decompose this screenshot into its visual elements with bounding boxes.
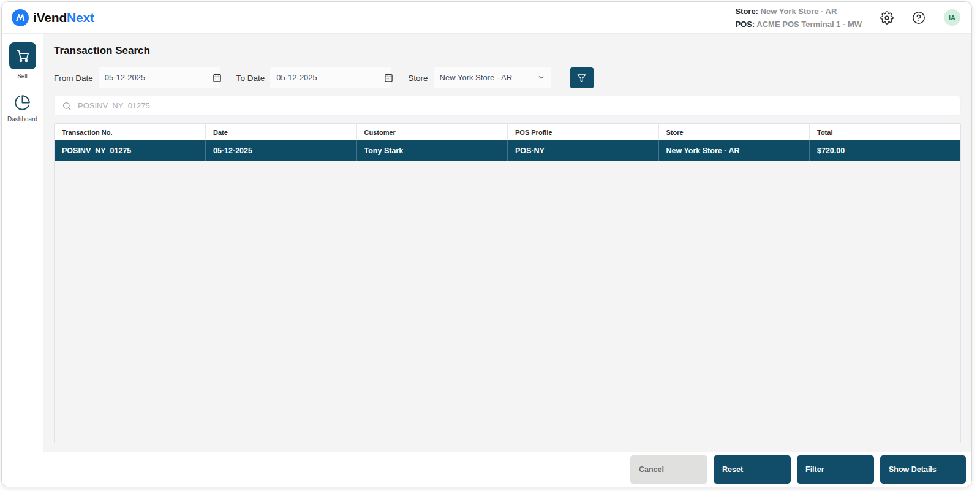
sidebar-nav: Sell Dashboard — [2, 34, 43, 487]
cell-date[interactable]: 05-12-2025 — [206, 140, 357, 161]
footer-action-bar: Cancel Reset Filter Show Details — [43, 452, 971, 487]
sidebar-item-label: Dashboard — [7, 116, 37, 123]
filter-button[interactable]: Filter — [797, 455, 874, 484]
to-date-input[interactable] — [276, 73, 384, 82]
app-window: iVendNext Store: New York Store - AR POS… — [1, 1, 972, 487]
context-pos-line: POS: ACME POS Terminal 1 - MW — [735, 18, 862, 31]
brand-name-ivend: iVend — [33, 10, 67, 25]
cancel-button[interactable]: Cancel — [630, 455, 707, 484]
transaction-search-box[interactable] — [54, 96, 961, 116]
store-select[interactable]: New York Store - AR — [434, 67, 551, 88]
page-title: Transaction Search — [54, 45, 961, 57]
col-total: Total — [810, 124, 961, 140]
cell-customer[interactable]: Tony Stark — [356, 140, 508, 161]
help-button[interactable] — [912, 11, 925, 25]
table-header-row: Transaction No. Date Customer POS Profil… — [55, 124, 960, 140]
sidebar-item-label: Sell — [17, 73, 28, 80]
from-date-label: From Date — [54, 74, 93, 83]
reset-button[interactable]: Reset — [714, 455, 791, 484]
gear-icon — [880, 11, 894, 25]
from-date-field[interactable] — [99, 67, 220, 88]
to-date-label: To Date — [236, 74, 265, 83]
from-date-input[interactable] — [105, 73, 213, 82]
context-store-line: Store: New York Store - AR — [735, 5, 862, 18]
col-date: Date — [206, 124, 357, 140]
search-input[interactable] — [78, 101, 953, 110]
sidebar-item-dashboard[interactable]: Dashboard — [7, 94, 37, 123]
store-label: Store — [408, 74, 428, 83]
table-row[interactable]: POSINV_NY_01275 05-12-2025 Tony Stark PO… — [55, 140, 960, 161]
store-select-value: New York Store - AR — [440, 73, 513, 82]
apply-filter-button[interactable] — [570, 67, 594, 88]
to-date-field[interactable] — [270, 67, 391, 88]
transaction-search-page: Transaction Search From Date — [43, 34, 971, 452]
col-pos-profile: POS Profile — [508, 124, 659, 140]
brand-logo: iVendNext — [12, 9, 94, 26]
settings-button[interactable] — [880, 11, 894, 25]
search-icon — [62, 101, 72, 111]
cell-store[interactable]: New York Store - AR — [658, 140, 810, 161]
cell-transaction-no[interactable]: POSINV_NY_01275 — [55, 140, 206, 161]
col-store: Store — [658, 124, 810, 140]
session-context: Store: New York Store - AR POS: ACME POS… — [735, 5, 862, 31]
cell-pos-profile[interactable]: POS-NY — [508, 140, 659, 161]
cell-total[interactable]: $720.00 — [810, 140, 961, 161]
results-table-panel: Transaction No. Date Customer POS Profil… — [54, 123, 961, 443]
calendar-icon[interactable] — [213, 73, 222, 82]
col-transaction-no: Transaction No. — [55, 124, 206, 140]
shopping-cart-icon — [9, 42, 36, 69]
col-customer: Customer — [356, 124, 508, 140]
brand-icon — [12, 9, 29, 26]
top-header: iVendNext Store: New York Store - AR POS… — [2, 2, 971, 34]
chevron-down-icon — [537, 74, 545, 82]
calendar-icon[interactable] — [384, 73, 393, 82]
transactions-table: Transaction No. Date Customer POS Profil… — [55, 124, 960, 161]
funnel-icon — [577, 74, 586, 83]
filter-row: From Date To — [54, 67, 961, 88]
brand-name-next: Next — [67, 10, 94, 25]
sidebar-item-sell[interactable]: Sell — [9, 42, 36, 80]
help-icon — [912, 11, 925, 25]
show-details-button[interactable]: Show Details — [880, 455, 966, 484]
pie-chart-icon — [14, 94, 31, 111]
user-avatar[interactable]: IA — [944, 9, 960, 26]
